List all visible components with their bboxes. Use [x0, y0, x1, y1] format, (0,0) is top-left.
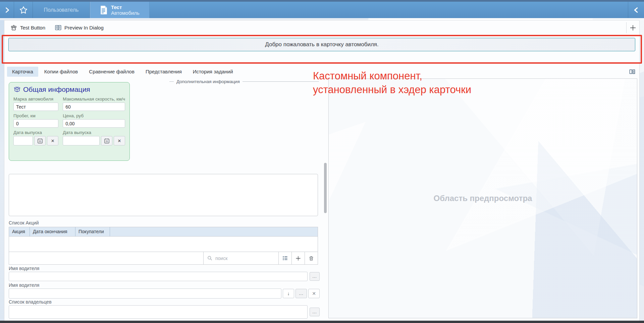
release-date-2-clear-button[interactable]: ✕: [114, 136, 125, 145]
tab-card[interactable]: Карточка: [7, 67, 38, 77]
panel-splitter[interactable]: [322, 77, 328, 321]
collapse-right-panel-button[interactable]: [628, 2, 644, 18]
driver-name-2-label: Имя водителя: [9, 282, 39, 288]
welcome-banner: Добро пожаловать в карточку автомобиля.: [8, 38, 635, 51]
clear-icon: ✕: [118, 138, 121, 143]
plus-icon: [629, 24, 637, 32]
actions-list-label: Список Акций: [9, 220, 39, 225]
driver-name-1-label: Имя водителя: [9, 266, 39, 271]
calendar-icon: 31: [37, 138, 43, 144]
driver-name-1-select-button[interactable]: ...: [310, 272, 320, 281]
svg-text:31: 31: [105, 140, 108, 143]
preview-in-dialog-button[interactable]: Preview In Dialog: [55, 24, 104, 31]
price-label: Цена, руб: [63, 113, 125, 118]
ellipsis-icon: ...: [299, 292, 303, 295]
ellipsis-icon: ...: [312, 275, 317, 278]
owners-list-select-button[interactable]: ...: [310, 308, 320, 316]
mileage-label: Пробег, км: [13, 113, 58, 118]
tab-user-label: Пользователь: [44, 7, 79, 13]
owners-list-label: Список владельцев: [9, 299, 52, 305]
release-date-2-calendar-button[interactable]: 31: [101, 136, 112, 145]
card-tab-title: Тест: [111, 4, 140, 10]
preview-placeholder-text: Область предпросмотра: [434, 194, 532, 203]
favorites-button[interactable]: [14, 2, 33, 18]
release-date-1-input[interactable]: [13, 136, 33, 145]
test-button-label: Test Button: [20, 25, 45, 30]
release-date-1-label: Дата выпуска: [13, 130, 58, 135]
general-info-title: Общая информация: [23, 85, 90, 93]
max-speed-label: Максимальная скорость, км/ч: [63, 96, 125, 102]
actions-search-input[interactable]: [215, 256, 275, 261]
svg-text:31: 31: [39, 140, 41, 143]
test-button[interactable]: Test Button: [10, 24, 45, 31]
list-icon: [282, 255, 288, 261]
max-speed-input[interactable]: [63, 103, 125, 111]
column-header-end-date[interactable]: Дата окончания: [30, 227, 75, 236]
actions-table-header: Акция Дата окончания Покупатели: [9, 227, 318, 237]
brand-label: Марка автомобиля: [13, 96, 58, 102]
window-left-edge: [0, 20, 4, 321]
release-date-1-calendar-button[interactable]: 31: [34, 136, 46, 145]
select-from-list-button[interactable]: [278, 252, 291, 264]
ellipsis-icon: ...: [312, 310, 317, 314]
card-panel: Test Button Preview In Dialog Добро пожа…: [4, 20, 640, 321]
down-arrow-icon: ↓: [287, 291, 290, 296]
brand-input[interactable]: [13, 103, 58, 111]
tab-file-copies[interactable]: Копии файлов: [39, 67, 83, 77]
open-box-icon: [13, 86, 21, 93]
splitter-handle[interactable]: [324, 163, 327, 213]
general-info-group: Общая информация Марка автомобиля Максим…: [9, 82, 130, 161]
add-row-button[interactable]: [291, 252, 305, 264]
window-bottom-edge: [0, 321, 644, 323]
notes-textarea[interactable]: [9, 174, 318, 216]
driver-name-2-dropdown-button[interactable]: ↓: [283, 289, 294, 298]
plus-icon: [295, 255, 302, 262]
toolbar-separator: [626, 22, 627, 33]
paw-icon: [10, 24, 17, 31]
driver-name-2-clear-button[interactable]: ✕: [308, 289, 320, 298]
card-tabs-bar: Карточка Копии файлов Сравнение файлов П…: [7, 67, 626, 77]
calendar-icon: 31: [104, 138, 110, 144]
driver-name-1-input[interactable]: [9, 272, 308, 281]
actions-table: Акция Дата окончания Покупатели: [9, 227, 318, 265]
card-tab-subtitle: Автомобиль: [111, 10, 140, 16]
trash-icon: [308, 255, 314, 261]
welcome-banner-text: Добро пожаловать в карточку автомобиля.: [265, 41, 379, 48]
actions-table-footer: [9, 252, 318, 265]
tab-user[interactable]: Пользователь: [33, 2, 90, 18]
expand-menu-button[interactable]: [0, 2, 14, 18]
actions-table-body[interactable]: [9, 237, 318, 252]
owners-list-input[interactable]: [9, 305, 308, 319]
column-header-action[interactable]: Акция: [9, 227, 30, 236]
column-header-buyers[interactable]: Покупатели: [75, 227, 110, 236]
release-date-2-label: Дата выпуска: [63, 130, 125, 135]
delete-row-button[interactable]: [305, 252, 318, 264]
chevron-left-icon: [633, 6, 640, 14]
driver-name-2-input[interactable]: [9, 288, 281, 299]
driver-name-2-row: ↓ ... ✕: [9, 288, 320, 299]
document-icon: [100, 5, 108, 15]
clear-icon: ✕: [51, 138, 55, 143]
tab-card-active[interactable]: Тест Автомобиль: [90, 2, 150, 18]
clear-icon: ✕: [312, 291, 316, 296]
toggle-preview-layout-button[interactable]: [628, 67, 637, 76]
additional-info-label: Дополнительная информация: [176, 79, 240, 84]
search-icon: [207, 255, 213, 261]
tab-views[interactable]: Представления: [141, 67, 187, 77]
release-date-2-input[interactable]: [63, 136, 100, 145]
actions-search-box: [203, 252, 278, 264]
card-toolbar: Test Button Preview In Dialog: [4, 20, 639, 35]
open-book-icon: [55, 24, 62, 31]
preview-in-dialog-label: Preview In Dialog: [64, 25, 104, 30]
top-navigation-bar: Пользователь Тест Автомобиль: [0, 2, 644, 18]
release-date-1-clear-button[interactable]: ✕: [47, 136, 58, 145]
tab-file-compare[interactable]: Сравнение файлов: [84, 67, 140, 77]
owners-list-row: ...: [9, 305, 320, 319]
add-tab-button[interactable]: [627, 22, 639, 34]
star-icon: [19, 6, 28, 14]
mileage-input[interactable]: [13, 119, 58, 128]
price-input[interactable]: [63, 119, 125, 128]
tab-task-history[interactable]: История заданий: [188, 67, 238, 77]
driver-name-2-select-button[interactable]: ...: [296, 289, 307, 298]
additional-info-group: Дополнительная информация: [169, 79, 319, 84]
